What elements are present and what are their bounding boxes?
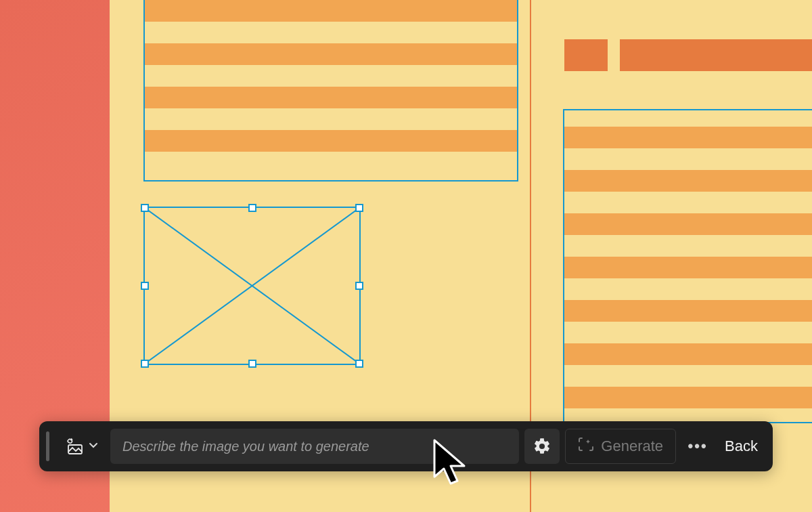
resize-handle-n[interactable] [248, 204, 256, 212]
chevron-down-icon [89, 440, 98, 452]
generate-label: Generate [601, 438, 663, 455]
settings-button[interactable] [524, 429, 560, 464]
frame-right-bar[interactable] [564, 39, 812, 71]
selection-placeholder[interactable] [145, 208, 359, 364]
text-line [145, 130, 517, 152]
text-line [564, 387, 812, 408]
generative-toolbar: Generate ••• Back [39, 421, 773, 471]
prompt-input[interactable] [122, 439, 507, 454]
text-line [564, 257, 812, 278]
text-line [564, 127, 812, 148]
text-line [564, 213, 812, 235]
generate-button[interactable]: Generate [565, 429, 676, 464]
more-icon: ••• [688, 438, 708, 455]
resize-handle-sw[interactable] [141, 360, 149, 368]
placeholder-cross [145, 208, 359, 364]
text-line [145, 87, 517, 108]
text-line [145, 43, 517, 65]
resize-handle-ne[interactable] [355, 204, 363, 212]
gear-icon [533, 437, 551, 456]
toolbar-drag-handle[interactable] [46, 431, 49, 461]
tool-selector[interactable] [59, 433, 105, 459]
generative-image-icon [66, 438, 85, 455]
resize-handle-se[interactable] [355, 360, 363, 368]
prompt-input-wrap[interactable] [110, 429, 519, 464]
accent-block-2 [620, 39, 812, 71]
resize-handle-e[interactable] [355, 282, 363, 290]
more-button[interactable]: ••• [681, 431, 714, 461]
text-line [564, 170, 812, 192]
back-button[interactable]: Back [719, 431, 763, 461]
frame-right-striped[interactable] [564, 110, 812, 422]
resize-handle-w[interactable] [141, 282, 149, 290]
sparkle-bracket-icon [578, 436, 594, 456]
frame-top-left[interactable] [145, 0, 517, 180]
text-line [145, 0, 517, 22]
resize-handle-nw[interactable] [141, 204, 149, 212]
text-line [564, 300, 812, 322]
accent-block [564, 39, 608, 71]
resize-handle-s[interactable] [248, 360, 256, 368]
text-line [564, 343, 812, 365]
back-label: Back [725, 438, 758, 455]
